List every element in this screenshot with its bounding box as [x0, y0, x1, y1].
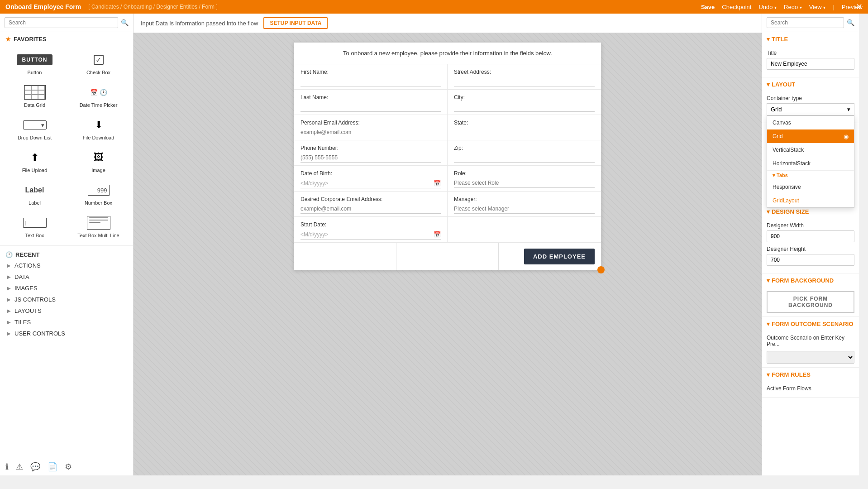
star-icon: ★: [5, 36, 11, 43]
components-grid: BUTTON Button ✓ Check Box: [0, 46, 133, 244]
left-search-input[interactable]: [5, 17, 118, 28]
footer-cell-1: [294, 243, 396, 270]
designer-width-input[interactable]: [767, 230, 854, 242]
form-bg-section-header[interactable]: ▾ FORM BACKGROUND: [762, 273, 859, 288]
recent-item-jscontrols[interactable]: ▶ JS CONTROLS: [0, 294, 133, 305]
chevron-down-icon: ▾: [767, 277, 770, 284]
zip-input[interactable]: [454, 153, 595, 163]
layout-section: ▾ LAYOUT Container type Grid ▾ Canvas Gr…: [762, 77, 859, 123]
option-responsive[interactable]: Responsive: [767, 180, 854, 194]
option-gridlayout[interactable]: GridLayout: [767, 194, 854, 207]
city-input[interactable]: [454, 102, 595, 112]
option-grid[interactable]: Grid ◉: [767, 129, 854, 143]
calendar-icon-2[interactable]: 📅: [434, 231, 441, 238]
title-input[interactable]: [767, 58, 854, 70]
recent-item-usercontrols[interactable]: ▶ USER CONTROLS: [0, 328, 133, 339]
arrow-icon: ▶: [7, 308, 11, 313]
arrow-icon: ▶: [7, 274, 11, 279]
recent-item-data[interactable]: ▶ DATA: [0, 271, 133, 283]
right-search-icon: 🔍: [847, 19, 854, 26]
state-input[interactable]: [454, 128, 595, 137]
chat-icon[interactable]: 💬: [30, 462, 40, 472]
footer-cell-3: ADD EMPLOYEE: [499, 243, 601, 270]
recent-list: ▶ ACTIONS ▶ DATA ▶ IMAGES ▶ JS CONTROLS …: [0, 260, 133, 339]
pick-form-background-button[interactable]: PICK FORM BACKGROUND: [767, 291, 854, 313]
recent-item-actions[interactable]: ▶ ACTIONS: [0, 260, 133, 271]
personalemail-input[interactable]: [300, 128, 441, 137]
component-datagrid[interactable]: Data Grid: [4, 81, 66, 111]
designer-height-input[interactable]: [767, 254, 854, 266]
undo-button[interactable]: Undo ▾: [758, 4, 777, 10]
component-filedownload[interactable]: ⬇ File Download: [67, 113, 129, 144]
checkpoint-button[interactable]: Checkpoint: [722, 4, 751, 10]
form-cell-dob: Date of Birth: <M/d/yyyy> 📅: [294, 166, 448, 192]
form-canvas-area: To onboard a new employee, please provid…: [134, 33, 762, 475]
component-label[interactable]: Label Label: [4, 178, 66, 209]
corpemail-input[interactable]: [300, 204, 441, 214]
option-horizontalstack[interactable]: HorizontalStack: [767, 157, 854, 170]
chevron-icon: ▾: [847, 106, 850, 113]
container-type-dropdown: Canvas Grid ◉ VerticalStack HorizontalSt…: [767, 115, 854, 208]
form-outcome-section-header[interactable]: ▾ FORM OUTCOME SCENARIO: [762, 317, 859, 331]
component-image[interactable]: 🖼 Image: [67, 146, 129, 177]
form-cell-streetaddress: Street Address:: [448, 64, 601, 90]
component-textmultiline[interactable]: Text Box Multi Line: [67, 211, 129, 242]
favorites-header: ★ FAVORITES: [0, 32, 133, 46]
form-cell-phone: Phone Number:: [294, 140, 448, 166]
option-tabs-header: ▾ Tabs: [767, 170, 854, 180]
option-verticalstack[interactable]: VerticalStack: [767, 143, 854, 157]
app-title: Onboard Employee Form: [5, 3, 81, 10]
title-section: ▾ TITLE Title: [762, 32, 859, 77]
document-icon[interactable]: 📄: [48, 462, 57, 472]
view-button[interactable]: View ▾: [809, 4, 826, 10]
lastname-input[interactable]: [300, 102, 441, 112]
form-cell-manager: Manager:: [448, 192, 601, 217]
right-search-input[interactable]: [767, 17, 844, 28]
close-button[interactable]: ✕: [856, 2, 863, 12]
add-employee-button[interactable]: ADD EMPLOYEE: [524, 249, 595, 264]
setup-input-data-button[interactable]: SETUP INPUT DATA: [263, 17, 328, 29]
outcome-scenario-select[interactable]: [767, 351, 854, 364]
form-fields-grid: First Name: Street Address: Last Name: C…: [294, 64, 601, 243]
role-input[interactable]: [454, 178, 595, 188]
form-rules-section: ▾ FORM RULES Active Form Flows: [762, 368, 859, 398]
save-button[interactable]: Save: [701, 4, 715, 10]
arrow-icon: ▶: [7, 263, 11, 268]
redo-button[interactable]: Redo ▾: [784, 4, 802, 10]
design-size-section-body: Designer Width Designer Height: [762, 219, 859, 273]
search-icon: 🔍: [121, 19, 129, 26]
title-section-header[interactable]: ▾ TITLE: [762, 32, 859, 46]
warning-icon[interactable]: ⚠: [16, 462, 23, 472]
component-checkbox[interactable]: ✓ Check Box: [67, 48, 129, 79]
form-rules-section-header[interactable]: ▾ FORM RULES: [762, 368, 859, 382]
component-textbox[interactable]: | Text Box: [4, 211, 66, 242]
dob-field: <M/d/yyyy> 📅: [300, 178, 441, 188]
container-type-selector[interactable]: Grid ▾: [767, 103, 854, 115]
calendar-icon[interactable]: 📅: [434, 180, 441, 187]
recent-item-images[interactable]: ▶ IMAGES: [0, 283, 133, 294]
phone-input[interactable]: [300, 153, 441, 163]
component-datetimepicker[interactable]: 📅 🕐 Date Time Picker: [67, 81, 129, 111]
manager-input[interactable]: [454, 204, 595, 214]
gear-icon[interactable]: ⚙: [65, 462, 72, 472]
form-rules-section-body: Active Form Flows: [762, 382, 859, 397]
option-canvas[interactable]: Canvas: [767, 116, 854, 129]
layout-section-header[interactable]: ▾ LAYOUT: [762, 77, 859, 91]
clock-icon: 🕐: [5, 251, 13, 258]
component-numberbox[interactable]: 999 Number Box: [67, 178, 129, 209]
firstname-input[interactable]: [300, 77, 441, 86]
component-fileupload[interactable]: ⬆ File Upload: [4, 146, 66, 177]
streetaddress-input[interactable]: [454, 77, 595, 86]
form-header: To onboard a new employee, please provid…: [294, 43, 601, 64]
form-cell-startdate: Start Date: <M/d/yyyy> 📅: [294, 217, 448, 243]
component-button[interactable]: BUTTON Button: [4, 48, 66, 79]
recent-item-layouts[interactable]: ▶ LAYOUTS: [0, 305, 133, 316]
component-dropdown[interactable]: ▾ Drop Down List: [4, 113, 66, 144]
info-icon[interactable]: ℹ: [5, 462, 9, 472]
recent-item-tiles[interactable]: ▶ TILES: [0, 316, 133, 328]
resize-handle[interactable]: [597, 266, 605, 273]
form-cell-role: Role:: [448, 166, 601, 192]
right-search-bar: 🔍: [762, 14, 859, 32]
recent-header: 🕐 RECENT: [0, 248, 133, 260]
info-text: Input Data is information passed into th…: [141, 20, 258, 27]
